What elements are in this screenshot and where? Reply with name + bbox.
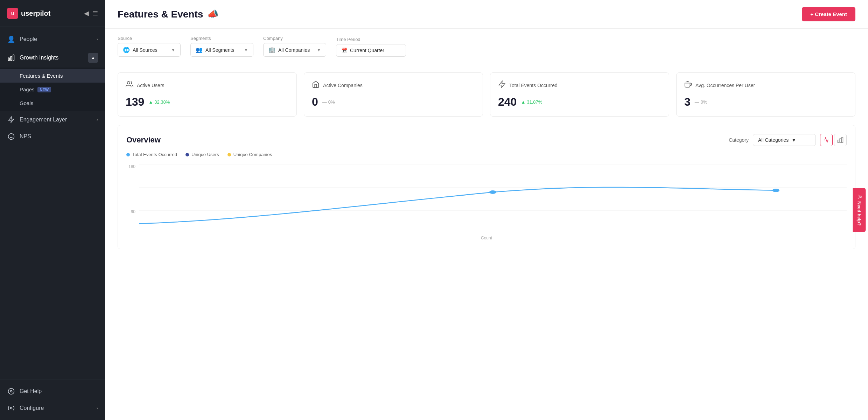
avg-occurrences-icon [684,80,692,90]
chart-svg [139,164,847,234]
app-logo: u userpilot [7,8,50,19]
sidebar-item-goals[interactable]: Goals [0,96,105,110]
sidebar-item-features-events[interactable]: Features & Events [0,69,105,83]
need-help-label: Need help? [856,201,862,226]
company-label: Company [263,36,326,41]
legend-dot-navy [186,153,189,156]
svg-point-7 [8,388,14,394]
main-content: Features & Events 📣 + Create Event Sourc… [105,0,868,420]
configure-icon [7,405,15,412]
sidebar-item-growth-insights[interactable]: Growth Insights ▲ [0,48,105,68]
active-users-card: Active Users 139 ▲ 32.38% [118,72,297,117]
total-events-card: Total Events Occurred 240 ▲ 31.87% [490,72,669,117]
features-events-label: Features & Events [20,73,63,79]
legend-dot-blue [126,153,130,156]
category-label: Category [729,137,749,143]
active-users-change: ▲ 32.38% [148,99,170,105]
total-events-label: Total Events Occurred [509,83,558,88]
app-name: userpilot [21,9,50,18]
stats-grid: Active Users 139 ▲ 32.38% Active Compani… [105,64,868,125]
sidebar-item-label: People [20,36,97,42]
stat-card-header: Active Users [126,80,289,90]
sidebar-collapse-button[interactable]: ◀ ☰ [84,9,98,17]
source-filter: Source 🌐 All Sources ▼ [118,36,181,57]
active-companies-value: 0 [312,96,318,108]
top-bar: Features & Events 📣 + Create Event [105,0,868,29]
segments-label: Segments [190,36,253,41]
chart-title: Overview [126,135,161,145]
svg-rect-1 [10,56,12,61]
sidebar-item-engagement-layer[interactable]: Engagement Layer › [0,111,105,128]
avg-occurrences-value: 3 [684,96,691,108]
chart-area: 180 90 [126,164,847,234]
stat-card-header: Total Events Occurred [498,80,661,90]
chevron-right-icon: › [97,406,98,411]
stat-value-row: 3 — 0% [684,96,847,108]
time-label: Time Period [336,37,406,42]
sidebar-item-label: NPS [20,133,98,140]
stat-value-row: 0 — 0% [312,96,475,108]
svg-rect-15 [838,140,839,143]
get-help-label: Get Help [20,388,98,394]
source-label: Source [118,36,181,41]
category-select[interactable]: All Categories ▼ [753,134,816,146]
nps-icon [7,133,15,140]
megaphone-icon: 📣 [207,9,218,20]
total-events-line [139,187,776,224]
segments-value: All Segments [205,47,241,53]
chevron-right-icon: › [97,117,98,122]
sidebar-nav: 👤 People › Growth Insights ▲ Features & … [0,27,105,379]
change-neutral-icon: — [695,99,699,105]
create-event-button[interactable]: + Create Event [802,7,855,21]
legend-unique-users: Unique Users [186,152,219,157]
line-chart-button[interactable] [820,134,833,146]
configure-label: Configure [20,405,97,411]
company-select[interactable]: 🏢 All Companies ▼ [263,43,326,57]
segments-select[interactable]: 👥 All Segments ▼ [190,43,253,57]
dropdown-arrow-icon: ▼ [791,137,796,143]
need-help-icon [856,194,862,199]
engagement-layer-icon [7,116,15,123]
avg-occurrences-change: — 0% [695,99,707,105]
change-neutral-icon: — [322,99,327,105]
time-value: Current Quarter [350,48,384,53]
sidebar-item-get-help[interactable]: Get Help [0,383,105,400]
time-select[interactable]: 📅 Current Quarter [336,44,406,57]
y-axis-label: Count [126,236,847,240]
sidebar-item-label: Engagement Layer [20,117,97,123]
sidebar-item-nps[interactable]: NPS [0,128,105,145]
sidebar-item-label: Growth Insights [20,55,88,61]
sidebar-item-pages[interactable]: Pages NEW [0,83,105,96]
need-help-tab[interactable]: Need help? [853,188,866,232]
y-axis-bottom: 90 [131,209,135,214]
sidebar-header: u userpilot ◀ ☰ [0,0,105,27]
legend-label: Unique Users [191,152,219,157]
svg-rect-0 [8,58,9,61]
sidebar: u userpilot ◀ ☰ 👤 People › Growth Insigh… [0,0,105,420]
nav-toggle-icon[interactable]: ▲ [88,53,98,63]
people-icon: 👤 [7,35,15,43]
stat-card-header: Active Companies [312,80,475,90]
svg-rect-16 [840,139,841,142]
sidebar-item-people[interactable]: 👤 People › [0,30,105,48]
segments-filter: Segments 👥 All Segments ▼ [190,36,253,57]
total-events-dot [489,190,496,194]
dropdown-arrow-icon: ▼ [244,48,248,52]
svg-point-10 [127,82,130,84]
sidebar-bottom: Get Help Configure › [0,379,105,420]
dropdown-arrow-icon: ▼ [317,48,321,52]
active-users-icon [126,80,133,90]
source-select[interactable]: 🌐 All Sources ▼ [118,43,181,57]
chart-header: Overview Category All Categories ▼ [126,134,847,146]
source-icon: 🌐 [123,47,130,53]
svg-point-9 [10,407,12,409]
growth-insights-subnav: Features & Events Pages NEW Goals [0,68,105,111]
bar-chart-button[interactable] [834,134,847,146]
legend-dot-gold [227,153,231,156]
svg-point-22 [860,196,862,198]
stat-value-row: 139 ▲ 32.38% [126,96,289,108]
y-axis-top: 180 [128,164,135,169]
active-users-label: Active Users [137,83,164,88]
get-help-icon [7,388,15,395]
sidebar-item-configure[interactable]: Configure › [0,400,105,416]
